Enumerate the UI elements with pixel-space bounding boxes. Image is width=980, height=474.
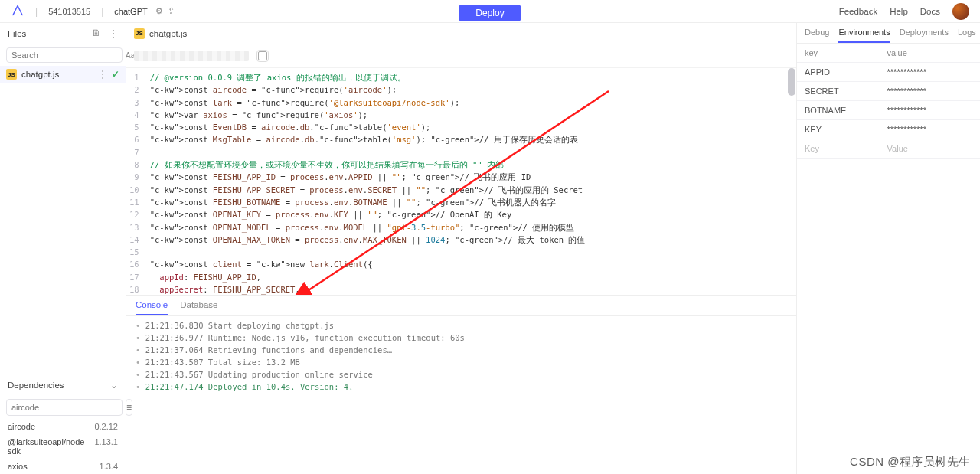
tab-database[interactable]: Database [180, 300, 217, 315]
dep-row[interactable]: axios1.3.4 [0, 459, 126, 474]
more-icon[interactable]: ⋮ [109, 28, 118, 39]
console-output: 21:21:36.830 Start deploying chatgpt.js2… [126, 316, 796, 396]
dep-row[interactable]: @larksuiteoapi/node-sdk1.13.1 [0, 434, 126, 459]
gear-icon[interactable]: ⚙ [155, 6, 163, 16]
watermark: CSDN @程序员树先生 [850, 455, 971, 469]
js-icon: JS [134, 28, 145, 39]
url-masked [134, 51, 249, 61]
share-icon[interactable]: ⇪ [168, 6, 175, 16]
project-id[interactable]: 541013515 [48, 7, 90, 16]
top-header: | 541013515 | chatGPT ⚙ ⇪ Deploy Feedbac… [0, 0, 980, 23]
file-more-icon[interactable]: ⋮ [98, 69, 107, 80]
nav-feedback[interactable]: Feedback [839, 7, 878, 16]
env-row[interactable]: KEY************ [797, 120, 980, 139]
console-line: 21:21:37.064 Retrieving functions and de… [136, 345, 787, 355]
new-file-icon[interactable]: 🗎 [92, 28, 101, 39]
console-line: 21:21:36.830 Start deploying chatgpt.js [136, 321, 787, 330]
files-search-input[interactable] [6, 47, 122, 63]
console-line: 21:21:43.507 Total size: 13.2 MB [136, 358, 787, 367]
tab-console[interactable]: Console [136, 300, 168, 315]
project-file[interactable]: chatGPT ⚙ ⇪ [114, 6, 174, 16]
env-row[interactable]: APPID************ [797, 63, 980, 82]
code-editor[interactable]: 123456789101112131415161718192021222324 … [126, 68, 796, 295]
env-new-row[interactable]: KeyValue [797, 139, 980, 159]
editor-tab[interactable]: JS chatgpt.js [134, 28, 187, 39]
function-url-bar [126, 44, 796, 67]
file-item-chatgpt[interactable]: JS chatgpt.js ⋮ ✓ [0, 66, 126, 83]
chevron-down-icon: ⌄ [110, 380, 118, 391]
nav-help[interactable]: Help [890, 7, 908, 16]
console-line: 21:21:47.174 Deployed in 10.4s. Version:… [136, 382, 787, 391]
files-panel-header: Files 🗎 ⋮ [0, 23, 126, 44]
deps-search-input[interactable] [6, 399, 122, 416]
check-icon: ✓ [112, 69, 119, 80]
dep-row[interactable]: aircode0.2.12 [0, 419, 126, 434]
deps-header[interactable]: Dependencies ⌄ [0, 374, 126, 396]
copy-icon[interactable] [256, 50, 269, 62]
rtab-logs[interactable]: Logs [958, 28, 976, 43]
deploy-button[interactable]: Deploy [459, 5, 521, 21]
rtab-environments[interactable]: Environments [838, 28, 890, 43]
console-line: 21:21:43.567 Updating production online … [136, 370, 787, 379]
env-row[interactable]: BOTNAME************ [797, 101, 980, 120]
logo-icon[interactable] [11, 5, 24, 18]
rtab-deployments[interactable]: Deployments [900, 28, 949, 43]
env-table-head: keyvalue [797, 44, 980, 63]
rtab-debug[interactable]: Debug [805, 28, 829, 43]
js-icon: JS [6, 69, 17, 80]
editor-scrollbar[interactable] [787, 68, 796, 295]
nav-docs[interactable]: Docs [920, 7, 940, 16]
env-row[interactable]: SECRET************ [797, 82, 980, 101]
avatar[interactable] [952, 3, 969, 20]
console-line: 21:21:36.977 Runtime: Node.js v16, funct… [136, 333, 787, 342]
